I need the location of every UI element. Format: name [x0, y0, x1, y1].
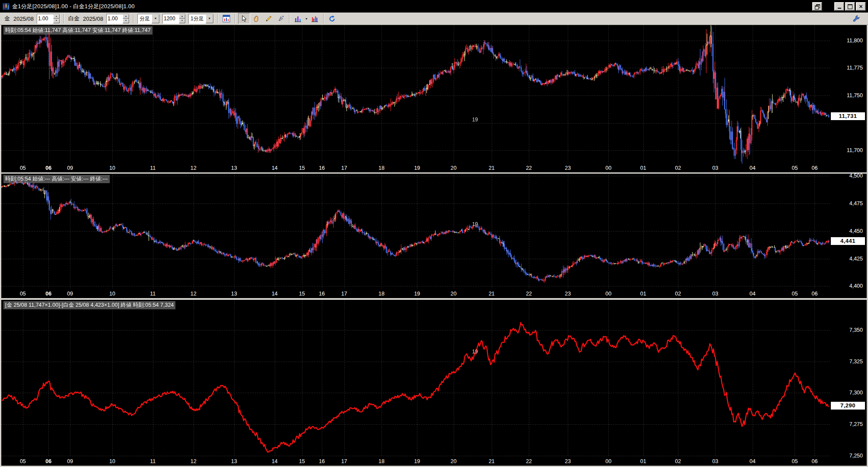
time-axis-label: 22: [526, 165, 532, 171]
spin-down-icon[interactable]: ▼: [53, 19, 60, 23]
freehand-tool-button[interactable]: [275, 13, 286, 24]
time-axis-label: 09: [67, 291, 73, 297]
y-axis-tick-label: 11,750: [847, 92, 863, 98]
gold-chart-panel: 時刻:05:54 始値:11,747 高値:11,747 安値:11,747 終…: [1, 25, 867, 172]
platinum-label: 白金: [68, 15, 79, 22]
platinum-multiplier-input[interactable]: [107, 14, 123, 23]
time-axis-label: 10: [109, 291, 115, 297]
time-axis-label: 23: [565, 458, 571, 464]
current-price-tag: 4,441: [831, 237, 865, 245]
spread-line-canvas[interactable]: [1, 300, 830, 457]
chevron-down-icon[interactable]: ▼: [152, 14, 159, 23]
time-axis-label: 02: [675, 458, 681, 464]
time-axis-label: 16: [319, 165, 325, 171]
time-axis-label: 13: [231, 165, 237, 171]
toolbar-separator: [323, 14, 324, 23]
close-button[interactable]: ×: [856, 2, 866, 11]
time-axis-label: 03: [712, 165, 719, 171]
time-axis-label: 06: [812, 291, 818, 297]
y-axis-tick-label: 4,450: [849, 228, 863, 234]
time-axis-label: 11: [150, 165, 156, 171]
spin-down-icon[interactable]: ▼: [179, 19, 185, 23]
platinum-price-canvas[interactable]: [1, 174, 830, 289]
time-axis-label: 05: [20, 165, 26, 171]
time-axis-label: 02: [675, 165, 681, 171]
time-axis-label: 01: [640, 165, 646, 171]
time-axis-label: 13: [231, 458, 237, 464]
spin-up-icon[interactable]: ▲: [179, 14, 185, 19]
time-axis-label: 06: [45, 291, 51, 297]
y-axis-tick-label: 7,275: [849, 421, 863, 427]
refresh-button[interactable]: [327, 13, 338, 24]
bar-count-input[interactable]: [163, 14, 179, 23]
window-controls: ×: [811, 2, 866, 11]
y-axis-tick-label: 11,775: [847, 65, 863, 71]
wrench-icon: [852, 15, 860, 22]
y-axis-tick-label: 4,400: [849, 283, 863, 289]
pan-tool-button[interactable]: [251, 13, 262, 24]
chart-type-dropdown-icon[interactable]: ▼: [304, 13, 309, 24]
time-axis-label: 19: [414, 165, 420, 171]
maximize-button[interactable]: [845, 2, 855, 11]
pencil-icon: [265, 15, 272, 22]
select-tool-button[interactable]: [238, 13, 250, 24]
chevron-down-icon[interactable]: ▼: [206, 14, 213, 23]
time-axis-label: 21: [489, 458, 495, 464]
interval-combobox[interactable]: 1分足 ▼: [188, 14, 214, 24]
time-axis-label: 21: [489, 291, 495, 297]
toolbar-separator: [64, 14, 64, 23]
time-axis-label: 20: [451, 291, 457, 297]
time-axis-label: 17: [341, 165, 347, 171]
line-draw-tool-button[interactable]: [263, 13, 274, 24]
bar-count-spinner[interactable]: ▲▼: [162, 14, 186, 24]
time-axis-label: 11: [150, 291, 156, 297]
time-axis-label: 16: [319, 458, 325, 464]
spin-up-icon[interactable]: ▲: [53, 14, 60, 19]
gold-multiplier-spinner[interactable]: ▲▼: [37, 14, 60, 24]
time-axis-label: 09: [67, 165, 73, 171]
refresh-icon: [328, 15, 336, 22]
gold-multiplier-input[interactable]: [37, 14, 53, 23]
gold-y-axis: 11,80011,77511,75011,70011,731: [830, 25, 867, 172]
platinum-chart-panel: 時刻:05:54 始値:--- 高値:--- 安値:--- 終値:--- 19 …: [1, 174, 867, 298]
toolbar-separator: [289, 14, 290, 23]
time-axis-label: 23: [565, 165, 571, 171]
time-axis-label: 14: [272, 458, 278, 464]
bar-type-combobox[interactable]: 分足 ▼: [137, 14, 160, 24]
time-axis-label: 06: [812, 458, 818, 464]
chart-window-button[interactable]: [221, 13, 232, 24]
spin-down-icon[interactable]: ▼: [123, 19, 129, 23]
gold-price-canvas[interactable]: [1, 25, 830, 164]
cursor-arrow-icon: [241, 15, 248, 22]
time-axis-label: 05: [20, 291, 26, 297]
minimize-button[interactable]: [834, 2, 844, 11]
platinum-y-axis: 4,5004,4754,4504,4254,4004,441: [830, 174, 867, 298]
time-axis-label: 03: [712, 458, 719, 464]
time-axis-label: 09: [67, 458, 73, 464]
time-axis-label: 17: [341, 458, 347, 464]
gold-time-axis: 0506091011121314151617181920212223000102…: [1, 164, 830, 172]
compare-chart-icon: [311, 15, 318, 22]
time-axis-label: 22: [526, 458, 532, 464]
chart-type-button[interactable]: [293, 13, 304, 24]
spread-chart-panel: [金 25/08 11,747×1.00]-[白金 25/08 4,423×1.…: [1, 300, 867, 466]
compare-chart-button[interactable]: [309, 13, 321, 24]
time-axis-label: 05: [792, 291, 798, 297]
spin-up-icon[interactable]: ▲: [123, 14, 129, 19]
time-axis-label: 20: [451, 165, 457, 171]
time-axis-label: 10: [109, 458, 115, 464]
chart-window-icon: [223, 15, 230, 22]
float-window-button[interactable]: [812, 2, 822, 11]
time-axis-label: 04: [750, 458, 756, 464]
y-axis-tick-label: 4,500: [849, 174, 863, 179]
bar-type-value: 分足: [140, 15, 150, 22]
time-axis-label: 06: [45, 458, 51, 464]
y-axis-tick-label: 7,325: [849, 359, 863, 365]
y-axis-tick-label: 4,475: [849, 200, 863, 206]
time-axis-label: 18: [378, 291, 385, 297]
gold-quote-info: 時刻:05:54 始値:11,747 高値:11,747 安値:11,747 終…: [3, 26, 153, 35]
settings-button[interactable]: [851, 13, 862, 24]
spread-y-axis: 7,3507,3257,3007,2757,2507,290: [830, 300, 867, 466]
platinum-multiplier-spinner[interactable]: ▲▼: [106, 14, 130, 24]
pen-nib-icon: [277, 15, 284, 22]
